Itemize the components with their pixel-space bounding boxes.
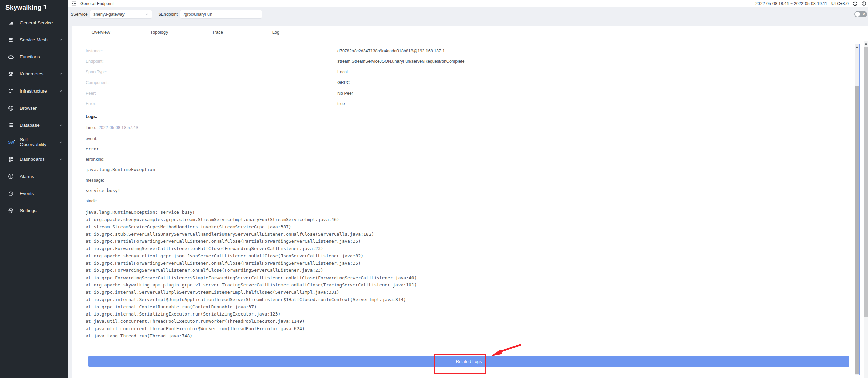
sidebar-item-label: Dashboards	[20, 157, 45, 162]
log-entry-label: error.kind:	[86, 156, 859, 163]
panel-scrollbar-thumb[interactable]	[855, 86, 859, 374]
stack-line: at io.grpc.PartialForwardingServerCallLi…	[86, 260, 859, 267]
logs-heading: Logs.	[86, 114, 859, 120]
toggle-label: V	[863, 12, 865, 16]
tab-trace[interactable]: Trace	[188, 26, 247, 39]
sidebar-item-label: Infrastructure	[20, 88, 47, 94]
endpoint-input[interactable]: /grpc/unaryFun	[180, 10, 262, 19]
tab-overview[interactable]: Overview	[72, 26, 130, 39]
tab-bar: Overview Topology Trace Log	[72, 26, 868, 39]
sidebar-item-browser[interactable]: Browser	[0, 99, 68, 116]
annotation-highlight-box	[434, 354, 486, 374]
endpoint-label: $Endpoint	[159, 12, 178, 17]
toggle-knob	[855, 12, 860, 17]
menu-fold-icon[interactable]	[71, 1, 76, 6]
sidebar-item-service-mesh[interactable]: Service Mesh	[0, 31, 68, 48]
field-label: Component:	[86, 80, 337, 85]
stack-line: at io.grpc.internal.ServerImpl$JumpToApp…	[86, 296, 859, 303]
sidebar-item-label: Browser	[20, 106, 37, 111]
field-label: Error:	[86, 101, 337, 106]
chevron-down-icon	[59, 38, 63, 42]
rows-icon	[8, 122, 15, 128]
svg-text:Sw: Sw	[8, 140, 14, 145]
log-entry-label: event:	[86, 136, 859, 142]
info-icon[interactable]	[862, 1, 866, 6]
stack-line: at java.util.concurrent.ThreadPoolExecut…	[86, 318, 859, 325]
cloud-icon	[8, 54, 15, 60]
log-time-row: Time:2022-05-08 18:57:43	[86, 125, 859, 131]
sidebar-item-general-service[interactable]: General Service	[0, 14, 68, 31]
chevron-down-icon	[59, 123, 63, 127]
field-label: Span Type:	[86, 70, 337, 74]
service-select[interactable]: shenyu-gateway	[90, 10, 152, 19]
stack-line: at org.apache.shenyu.examples.grpc.strea…	[86, 216, 859, 223]
chevron-down-icon	[59, 89, 63, 93]
time-range-picker[interactable]: 2022-05-08 18:41 ~ 2022-05-08 19:11	[755, 1, 827, 6]
refresh-icon[interactable]	[853, 1, 857, 6]
stack-trace: java.lang.RuntimeException: service busy…	[86, 209, 859, 339]
stack-line: at io.grpc.ForwardingServerCallListener.…	[86, 245, 859, 252]
dots-icon	[8, 88, 15, 94]
field-label: Peer:	[86, 91, 337, 96]
alarm-icon	[8, 173, 15, 179]
sidebar-item-label: Functions	[20, 54, 40, 59]
field-value: true	[337, 101, 345, 106]
log-entry-value: java.lang.RuntimeException	[86, 167, 859, 172]
layers-icon	[8, 37, 15, 43]
sidebar-item-events[interactable]: Events	[0, 185, 68, 202]
log-entry-value: service busy!	[86, 188, 859, 193]
panel-scrollbar[interactable]	[855, 44, 859, 375]
sidebar-item-label: Settings	[20, 208, 37, 213]
span-field-row: Error: true	[86, 98, 859, 109]
chevron-down-icon	[59, 157, 63, 161]
sidebar-item-settings[interactable]: Settings	[0, 202, 68, 219]
sidebar-item-alarms[interactable]: Alarms	[0, 168, 68, 185]
tab-log[interactable]: Log	[247, 26, 305, 39]
span-field-row: Component: GRPC	[86, 77, 859, 88]
timer-icon	[8, 191, 15, 196]
sidebar-item-label: Events	[20, 191, 34, 196]
tab-topology[interactable]: Topology	[130, 26, 188, 39]
scrollbar-up-arrow-icon[interactable]	[856, 46, 858, 48]
stack-line: at java.util.concurrent.ThreadPoolExecut…	[86, 325, 859, 332]
view-toggle-switch[interactable]: V	[854, 11, 867, 17]
sidebar-item-label: Database	[20, 123, 40, 128]
sidebar: Skywalking General Service Service Mesh …	[0, 0, 68, 378]
service-label: $Service	[71, 12, 88, 17]
page-title: General-Endpoint	[80, 1, 114, 6]
field-label: Endpoint:	[86, 59, 337, 64]
span-detail-content: Instance: d70782b8c2d347138b9a4aada018b8…	[82, 44, 859, 367]
stack-line: at org.apache.shenyu.client.grpc.json.Js…	[86, 252, 859, 260]
stack-line: at stream.StreamServiceGrpc$MethodHandle…	[86, 223, 859, 230]
timezone-label[interactable]: UTC+8:0	[831, 1, 849, 6]
sidebar-item-self-observability[interactable]: Sw Self Observability	[0, 134, 68, 151]
stack-line: at io.grpc.ForwardingServerCallListener$…	[86, 274, 859, 281]
span-field-row: Instance: d70782b8c2d347138b9a4aada018b8…	[86, 45, 859, 56]
page-scrollbar[interactable]	[864, 41, 868, 378]
field-value: No Peer	[337, 91, 353, 96]
sidebar-item-dashboards[interactable]: Dashboards	[0, 151, 68, 168]
field-value: GRPC	[337, 80, 350, 85]
sidebar-item-kubernetes[interactable]: Kubernetes	[0, 65, 68, 82]
page-scrollbar-thumb[interactable]	[864, 47, 868, 317]
variables-toolbar: $Service shenyu-gateway $Endpoint /grpc/…	[68, 7, 868, 21]
scrollbar-up-arrow-icon[interactable]	[865, 43, 867, 45]
field-label: Instance:	[86, 48, 337, 53]
stack-line: at java.lang.Thread.run(Thread.java:748)	[86, 332, 859, 339]
sidebar-item-infrastructure[interactable]: Infrastructure	[0, 82, 68, 99]
span-field-row: Endpoint: stream.StreamServiceJSON.unary…	[86, 56, 859, 67]
sidebar-item-functions[interactable]: Functions	[0, 48, 68, 65]
stack-line: at io.grpc.internal.ContextRunnable.run(…	[86, 303, 859, 310]
chevron-down-icon	[59, 140, 63, 144]
service-select-value: shenyu-gateway	[93, 12, 125, 17]
field-value: Local	[337, 70, 348, 74]
chevron-down-icon	[59, 72, 63, 76]
crescent-moon-icon	[42, 4, 47, 11]
gear-icon	[8, 208, 15, 213]
sidebar-item-database[interactable]: Database	[0, 116, 68, 134]
span-field-row: Peer: No Peer	[86, 88, 859, 98]
dashboard-content-card: Overview Topology Trace Log Instance: d7…	[72, 26, 868, 378]
chart-icon	[8, 20, 15, 26]
sidebar-item-label: Service Mesh	[20, 37, 48, 42]
sidebar-item-label: Alarms	[20, 174, 34, 179]
